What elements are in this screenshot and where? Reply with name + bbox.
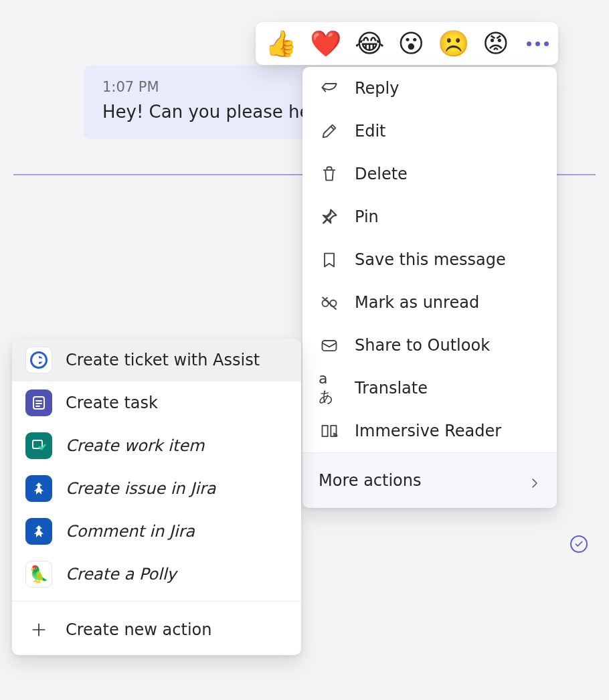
mark-unread-icon — [319, 292, 340, 313]
message-context-menu: Reply Edit Delete Pin Save this message … — [302, 67, 557, 508]
menu-item-save-message[interactable]: Save this message — [302, 238, 557, 281]
reaction-angry[interactable]: 😡 — [483, 31, 509, 56]
menu-item-label: Mark as unread — [355, 293, 479, 312]
submenu-item-label: Create new action — [66, 620, 211, 639]
jira-app-icon — [25, 518, 52, 545]
reaction-surprised[interactable]: 😮 — [398, 31, 424, 56]
menu-item-share-outlook[interactable]: Share to Outlook — [302, 324, 557, 367]
submenu-item-comment-jira[interactable]: Comment in Jira — [12, 510, 301, 553]
menu-item-label: More actions — [319, 471, 422, 490]
svg-line-2 — [323, 297, 337, 310]
plus-icon — [25, 616, 52, 643]
more-reactions-button[interactable] — [523, 41, 553, 46]
more-actions-submenu: Create ticket with Assist Create task Cr… — [12, 339, 301, 655]
assist-app-icon — [25, 347, 52, 373]
submenu-item-create-task[interactable]: Create task — [12, 381, 301, 424]
menu-item-label: Reply — [355, 79, 399, 98]
reaction-thumbs-up[interactable]: 👍 — [265, 31, 296, 56]
azure-boards-app-icon — [25, 432, 52, 459]
pin-icon — [319, 206, 340, 228]
immersive-reader-icon — [319, 420, 340, 442]
menu-item-label: Edit — [355, 122, 385, 141]
menu-item-translate[interactable]: aあ Translate — [302, 367, 557, 410]
translate-icon: aあ — [319, 377, 340, 399]
menu-item-reply[interactable]: Reply — [302, 67, 557, 110]
edit-icon — [319, 120, 340, 142]
bookmark-icon — [319, 249, 340, 270]
delete-icon — [319, 163, 340, 185]
submenu-item-create-polly[interactable]: 🦜 Create a Polly — [12, 553, 301, 596]
reply-icon — [319, 78, 340, 99]
svg-rect-3 — [323, 341, 337, 351]
submenu-item-create-issue-jira[interactable]: Create issue in Jira — [12, 467, 301, 510]
jira-app-icon — [25, 475, 52, 502]
chevron-right-icon — [529, 474, 541, 487]
read-receipt-icon — [570, 535, 588, 553]
menu-item-delete[interactable]: Delete — [302, 153, 557, 195]
polly-app-icon: 🦜 — [25, 561, 52, 588]
menu-item-label: Immersive Reader — [355, 422, 501, 440]
menu-item-label: Delete — [355, 165, 408, 183]
menu-item-label: Share to Outlook — [355, 336, 490, 355]
submenu-item-create-ticket-assist[interactable]: Create ticket with Assist — [12, 339, 301, 381]
menu-item-edit[interactable]: Edit — [302, 110, 557, 153]
menu-item-mark-unread[interactable]: Mark as unread — [302, 281, 557, 324]
submenu-item-label: Create task — [66, 393, 158, 412]
menu-item-label: Save this message — [355, 250, 506, 269]
menu-item-label: Translate — [355, 379, 428, 398]
share-outlook-icon — [319, 335, 340, 356]
menu-item-pin[interactable]: Pin — [302, 195, 557, 238]
reaction-laugh[interactable]: 😂 — [355, 31, 384, 56]
reaction-bar: 👍 ❤️ 😂 😮 ☹️ 😡 — [256, 22, 558, 65]
menu-item-more-actions[interactable]: More actions — [302, 453, 557, 508]
submenu-item-label: Comment in Jira — [66, 522, 195, 541]
submenu-item-label: Create a Polly — [66, 565, 177, 584]
submenu-item-label: Create work item — [66, 436, 204, 455]
submenu-divider — [12, 601, 301, 602]
menu-item-immersive-reader[interactable]: Immersive Reader — [302, 410, 557, 452]
menu-item-label: Pin — [355, 207, 379, 226]
submenu-item-label: Create issue in Jira — [66, 479, 215, 498]
reaction-sad[interactable]: ☹️ — [438, 31, 469, 56]
submenu-item-create-new-action[interactable]: Create new action — [12, 604, 301, 655]
submenu-item-create-work-item[interactable]: Create work item — [12, 424, 301, 467]
tasks-app-icon — [25, 389, 52, 416]
reaction-heart[interactable]: ❤️ — [310, 31, 341, 56]
submenu-item-label: Create ticket with Assist — [66, 351, 260, 369]
